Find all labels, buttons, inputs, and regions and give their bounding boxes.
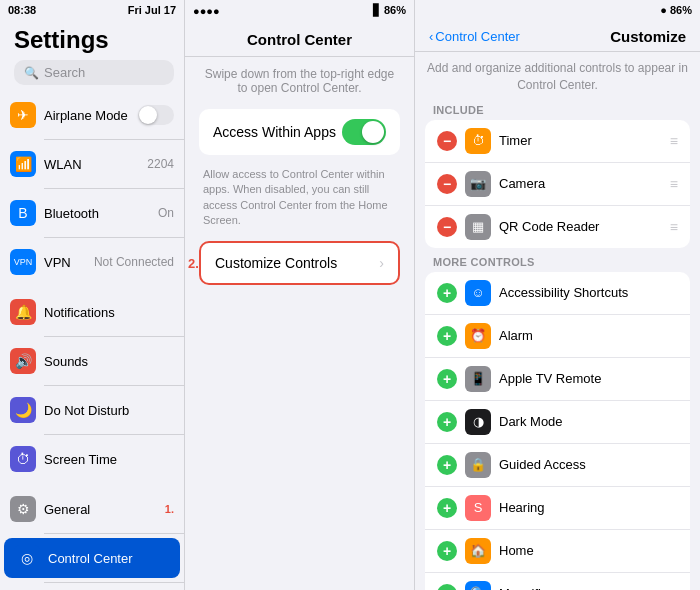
plus-accessibility-icon[interactable]: + xyxy=(437,283,457,303)
sidebar-item-wlan[interactable]: 📶 WLAN 2204 xyxy=(0,144,184,184)
appletvremote-icon: 📱 xyxy=(465,366,491,392)
airplane-toggle[interactable] xyxy=(138,105,174,125)
access-hint-small: Allow access to Control Center within ap… xyxy=(203,167,396,229)
customize-controls-row[interactable]: Customize Controls › xyxy=(199,241,400,285)
camera-label: Camera xyxy=(499,176,670,191)
customize-controls-label: Customize Controls xyxy=(215,255,379,271)
settings-group-2: 🔔 Notifications 🔊 Sounds 🌙 Do Not Distur… xyxy=(0,292,184,479)
qrcode-icon: ▦ xyxy=(465,214,491,240)
left-settings-panel: 08:38 Fri Jul 17 Settings 🔍 Search ✈ Air… xyxy=(0,0,185,590)
plus-appletvremote-icon[interactable]: + xyxy=(437,369,457,389)
plus-hearing-icon[interactable]: + xyxy=(437,498,457,518)
control-row-guidedaccess[interactable]: + 🔒 Guided Access xyxy=(425,444,690,487)
date: Fri Jul 17 xyxy=(128,4,176,16)
battery-right: ● 86% xyxy=(660,4,692,16)
plus-alarm-icon[interactable]: + xyxy=(437,326,457,346)
control-row-accessibilityshortcuts[interactable]: + ☺ Accessibility Shortcuts xyxy=(425,272,690,315)
minus-timer-icon[interactable]: − xyxy=(437,131,457,151)
vpn-value: Not Connected xyxy=(94,255,174,269)
control-row-home[interactable]: + 🏠 Home xyxy=(425,530,690,573)
status-bar-middle: ●●●● ▋ 86% xyxy=(185,0,414,19)
drag-camera-icon: ≡ xyxy=(670,176,678,192)
step-1-badge: 1. xyxy=(165,503,174,515)
control-row-qrcode[interactable]: − ▦ QR Code Reader ≡ xyxy=(425,206,690,248)
search-icon: 🔍 xyxy=(24,66,39,80)
hearing-label: Hearing xyxy=(499,500,678,515)
more-section-label: MORE CONTROLS xyxy=(433,256,686,268)
controlcenter-label: Control Center xyxy=(48,551,170,566)
control-row-hearing[interactable]: + S Hearing xyxy=(425,487,690,530)
camera-icon: 📷 xyxy=(465,171,491,197)
sidebar-item-bluetooth[interactable]: B Bluetooth On xyxy=(0,193,184,233)
sounds-icon: 🔊 xyxy=(10,348,36,374)
control-row-appletvremote[interactable]: + 📱 Apple TV Remote xyxy=(425,358,690,401)
bluetooth-icon: B xyxy=(10,200,36,226)
control-row-magnifier[interactable]: + 🔍 Magnifier xyxy=(425,573,690,590)
appletvremote-label: Apple TV Remote xyxy=(499,371,678,386)
back-button[interactable]: ‹ Control Center xyxy=(429,29,520,44)
alarm-icon: ⏰ xyxy=(465,323,491,349)
search-bar[interactable]: 🔍 Search xyxy=(14,60,174,85)
sidebar-item-airplane[interactable]: ✈ Airplane Mode xyxy=(0,95,184,135)
settings-group-3: ⚙ General 1. ◎ Control Center AA Display… xyxy=(0,489,184,590)
sidebar-item-donotdisturb[interactable]: 🌙 Do Not Disturb xyxy=(0,390,184,430)
access-within-apps-row: Access Within Apps xyxy=(199,109,400,155)
magnifier-icon: 🔍 xyxy=(465,581,491,590)
access-within-apps-toggle[interactable] xyxy=(342,119,386,145)
back-label: Control Center xyxy=(435,29,520,44)
sidebar-item-sounds[interactable]: 🔊 Sounds xyxy=(0,341,184,381)
drag-qrcode-icon: ≡ xyxy=(670,219,678,235)
sidebar-item-screentime[interactable]: ⏱ Screen Time xyxy=(0,439,184,479)
middle-header: Control Center xyxy=(185,19,414,57)
plus-magnifier-icon[interactable]: + xyxy=(437,584,457,590)
middle-panel: ●●●● ▋ 86% Control Center Swipe down fro… xyxy=(185,0,415,590)
sidebar-item-general[interactable]: ⚙ General 1. xyxy=(0,489,184,529)
airplane-label: Airplane Mode xyxy=(44,108,138,123)
donotdisturb-icon: 🌙 xyxy=(10,397,36,423)
plus-guidedaccess-icon[interactable]: + xyxy=(437,455,457,475)
minus-camera-icon[interactable]: − xyxy=(437,174,457,194)
home-label: Home xyxy=(499,543,678,558)
left-header: Settings 🔍 Search xyxy=(0,18,184,89)
minus-qrcode-icon[interactable]: − xyxy=(437,217,457,237)
darkmode-icon: ◑ xyxy=(465,409,491,435)
sounds-label: Sounds xyxy=(44,354,174,369)
control-row-darkmode[interactable]: + ◑ Dark Mode xyxy=(425,401,690,444)
chevron-left-icon: ‹ xyxy=(429,29,433,44)
middle-body: Swipe down from the top-right edge to op… xyxy=(185,57,414,590)
sidebar-item-notifications[interactable]: 🔔 Notifications xyxy=(0,292,184,332)
settings-list: ✈ Airplane Mode 📶 WLAN 2204 B Bluetooth … xyxy=(0,95,184,590)
timer-icon: ⏱ xyxy=(465,128,491,154)
right-subtitle: Add and organize additional controls to … xyxy=(425,60,690,94)
notifications-label: Notifications xyxy=(44,305,174,320)
accessibilityshortcuts-icon: ☺ xyxy=(465,280,491,306)
chevron-right-icon: › xyxy=(379,255,384,271)
sidebar-item-controlcenter[interactable]: ◎ Control Center xyxy=(4,538,180,578)
screentime-icon: ⏱ xyxy=(10,446,36,472)
status-right-group: ● 86% xyxy=(660,4,692,16)
include-list: − ⏱ Timer ≡ − 📷 Camera ≡ − ▦ QR Code Rea… xyxy=(425,120,690,248)
settings-group-1: ✈ Airplane Mode 📶 WLAN 2204 B Bluetooth … xyxy=(0,95,184,282)
step-2-badge: 2. xyxy=(188,255,199,270)
status-bar-right: ● 86% xyxy=(415,0,700,18)
magnifier-label: Magnifier xyxy=(499,586,678,590)
cc-swipe-hint: Swipe down from the top-right edge to op… xyxy=(199,67,400,95)
time: 08:38 xyxy=(8,4,36,16)
wlan-value: 2204 xyxy=(147,157,174,171)
settings-title: Settings xyxy=(14,26,174,54)
screentime-label: Screen Time xyxy=(44,452,174,467)
control-row-alarm[interactable]: + ⏰ Alarm xyxy=(425,315,690,358)
control-row-timer[interactable]: − ⏱ Timer ≡ xyxy=(425,120,690,163)
darkmode-label: Dark Mode xyxy=(499,414,678,429)
plus-home-icon[interactable]: + xyxy=(437,541,457,561)
bluetooth-label: Bluetooth xyxy=(44,206,154,221)
control-row-camera[interactable]: − 📷 Camera ≡ xyxy=(425,163,690,206)
more-list: + ☺ Accessibility Shortcuts + ⏰ Alarm + … xyxy=(425,272,690,590)
sidebar-item-vpn[interactable]: VPN VPN Not Connected xyxy=(0,242,184,282)
qrcode-label: QR Code Reader xyxy=(499,219,670,234)
donotdisturb-label: Do Not Disturb xyxy=(44,403,174,418)
general-icon: ⚙ xyxy=(10,496,36,522)
plus-darkmode-icon[interactable]: + xyxy=(437,412,457,432)
right-body: Add and organize additional controls to … xyxy=(415,52,700,590)
access-within-apps-section: Access Within Apps xyxy=(199,109,400,155)
